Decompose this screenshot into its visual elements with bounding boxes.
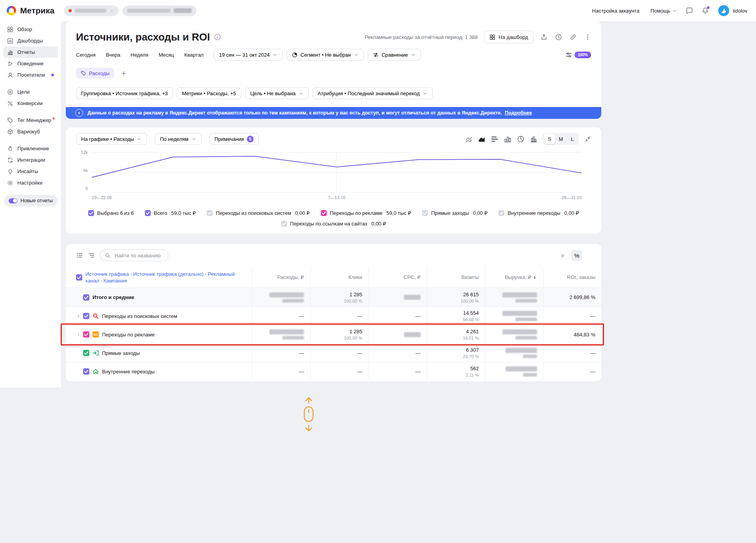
copy-link-button[interactable]: [570, 34, 576, 41]
chart-period-picker[interactable]: По неделям: [155, 133, 201, 145]
legend-checkbox[interactable]: [321, 210, 327, 216]
column-header[interactable]: CPC, ₽: [369, 267, 427, 288]
table-row[interactable]: Итого и средние1 285100,00 %26 615100,00…: [66, 288, 601, 307]
notes-button[interactable]: Примечания 5: [209, 133, 259, 145]
table-row[interactable]: Переходы из поисковых систем———14 55454,…: [66, 307, 601, 325]
legend-item[interactable]: Прямые заходы0,00 ₽: [422, 210, 487, 216]
chart-size-l[interactable]: L: [567, 134, 578, 144]
legend-checkbox[interactable]: [422, 210, 428, 216]
pie-chart-icon[interactable]: [517, 135, 524, 143]
metrika-logo[interactable]: Метрика: [6, 6, 54, 16]
sidebar-item-acquisition[interactable]: Привлечение: [3, 143, 58, 154]
to-dashboard-button[interactable]: На дашборд: [484, 31, 534, 43]
sidebar-item-settings[interactable]: Настройки: [3, 177, 58, 188]
table-row[interactable]: Внутренние переходы———5622,11 %—: [66, 362, 601, 380]
bar-chart-icon[interactable]: [491, 135, 498, 143]
legend-checkbox[interactable]: [88, 210, 94, 216]
help-menu[interactable]: Помощь: [650, 8, 677, 14]
legend-checkbox[interactable]: [207, 210, 213, 216]
row-name[interactable]: Внутренние переходы: [102, 369, 155, 375]
account-settings-link[interactable]: Настройка аккаунта: [592, 8, 639, 14]
legend-item[interactable]: Выбрано 6 из 6: [88, 210, 134, 216]
row-name[interactable]: Переходы по рекламе: [102, 332, 155, 338]
expenses-tag-chip[interactable]: Расходы: [76, 68, 114, 79]
row-name[interactable]: Переходы из поисковых систем: [102, 313, 177, 319]
search-input[interactable]: [114, 252, 163, 259]
date-range-picker[interactable]: 19 сен — 31 окт 2024: [214, 49, 283, 61]
notifications-button[interactable]: [702, 7, 709, 14]
column-header[interactable]: Визиты: [427, 267, 485, 288]
dimension-link[interactable]: Источник трафика (детально): [133, 271, 204, 277]
percent-values-button[interactable]: %: [571, 250, 582, 261]
counter-chip-secondary[interactable]: [122, 6, 196, 16]
column-header[interactable]: Клики: [310, 267, 369, 288]
tree-view-icon[interactable]: [88, 252, 95, 259]
expand-chevron-icon[interactable]: [76, 314, 83, 319]
column-chart-icon[interactable]: [504, 135, 511, 143]
close-icon[interactable]: [109, 9, 114, 13]
row-name[interactable]: Прямые заходы: [102, 350, 140, 356]
history-button[interactable]: [555, 34, 562, 41]
row-checkbox[interactable]: [83, 331, 89, 338]
settings-chip[interactable]: Метрики • Расходы, +5: [177, 87, 241, 99]
quick-range-tab[interactable]: Вчера: [106, 52, 120, 58]
legend-item[interactable]: Всего59,0 тыс ₽: [145, 210, 196, 216]
more-button[interactable]: [584, 34, 591, 41]
chart-size-s[interactable]: S: [544, 134, 555, 144]
sidebar-item-conversions[interactable]: Конверсии: [3, 98, 58, 109]
banner-more-link[interactable]: Подробнее: [505, 110, 532, 116]
row-checkbox[interactable]: [83, 294, 89, 301]
legend-item[interactable]: Переходы по рекламе59,0 тыс ₽: [321, 210, 411, 216]
row-checkbox[interactable]: [83, 368, 89, 375]
chat-button[interactable]: [686, 7, 693, 14]
chart-size-m[interactable]: M: [555, 134, 567, 144]
quick-range-tab[interactable]: Месяц: [159, 52, 174, 58]
quick-range-tab[interactable]: Неделя: [131, 52, 148, 58]
legend-checkbox[interactable]: [145, 210, 151, 216]
column-header[interactable]: Расходы, ₽: [252, 267, 310, 288]
expenses-line-chart[interactable]: [92, 152, 582, 193]
sidebar-item-overview[interactable]: Обзор: [3, 24, 58, 35]
legend-checkbox[interactable]: [281, 221, 287, 227]
segment-picker[interactable]: Сегмент • Не выбран: [287, 49, 364, 61]
avatar[interactable]: [718, 5, 729, 16]
sidebar-item-visitors[interactable]: Посетители: [3, 69, 58, 81]
histogram-icon[interactable]: [530, 135, 537, 143]
sidebar-item-insights[interactable]: Инсайты: [3, 166, 58, 177]
legend-item[interactable]: Внутренние переходы0,00 ₽: [498, 210, 579, 216]
dimension-link[interactable]: Источник трафика: [85, 271, 129, 277]
sidebar-item-behavior[interactable]: Поведение: [3, 58, 58, 69]
dimension-link[interactable]: Кампания: [104, 278, 127, 284]
quick-range-tab[interactable]: Квартал: [184, 52, 204, 58]
sidebar-item-dashboards[interactable]: Дашборды: [3, 35, 58, 46]
sidebar-item-integrations[interactable]: Интеграции: [3, 154, 58, 166]
table-row[interactable]: Прямые заходы———6 30723,70 %—: [66, 344, 601, 362]
sampling-control[interactable]: 100%: [565, 52, 591, 58]
username[interactable]: lidolov: [733, 8, 747, 14]
legend-item[interactable]: Переходы из поисковых систем0,00 ₽: [207, 210, 309, 216]
absolute-values-button[interactable]: #: [557, 250, 568, 261]
settings-chip[interactable]: Атрибуция • Последний значимый переход: [313, 87, 433, 99]
sidebar-item-goals[interactable]: Цели: [3, 86, 58, 98]
column-header[interactable]: ROI, заказы: [543, 267, 602, 288]
sidebar-item-tag-manager[interactable]: Тег Менеджер8: [3, 115, 58, 126]
line-chart-icon[interactable]: [465, 135, 472, 143]
table-row[interactable]: ADПереходы по рекламе1 285100,00 %4 2611…: [66, 325, 601, 344]
row-checkbox[interactable]: [83, 313, 89, 319]
row-checkbox[interactable]: [83, 350, 89, 356]
comparison-picker[interactable]: Сравнение: [368, 49, 421, 61]
sidebar-item-reports[interactable]: Отчеты: [3, 46, 58, 58]
column-header[interactable]: Выручка, ₽: [485, 267, 543, 288]
collapse-icon[interactable]: [584, 136, 591, 142]
chart-metric-picker[interactable]: На графике • Расходы: [76, 133, 147, 145]
select-all-checkbox[interactable]: [76, 274, 82, 281]
expand-chevron-icon[interactable]: [76, 332, 83, 337]
area-chart-icon[interactable]: [478, 135, 485, 143]
info-icon[interactable]: [214, 33, 221, 41]
quick-range-tab[interactable]: Сегодня: [76, 52, 96, 58]
legend-checkbox[interactable]: [498, 210, 504, 216]
new-reports-toggle[interactable]: Новые отчеты: [4, 195, 57, 207]
settings-chip[interactable]: Группировка • Источник трафика, +3: [76, 87, 173, 99]
share-button[interactable]: [541, 34, 547, 41]
settings-chip[interactable]: Цель • Не выбрана: [245, 87, 309, 99]
